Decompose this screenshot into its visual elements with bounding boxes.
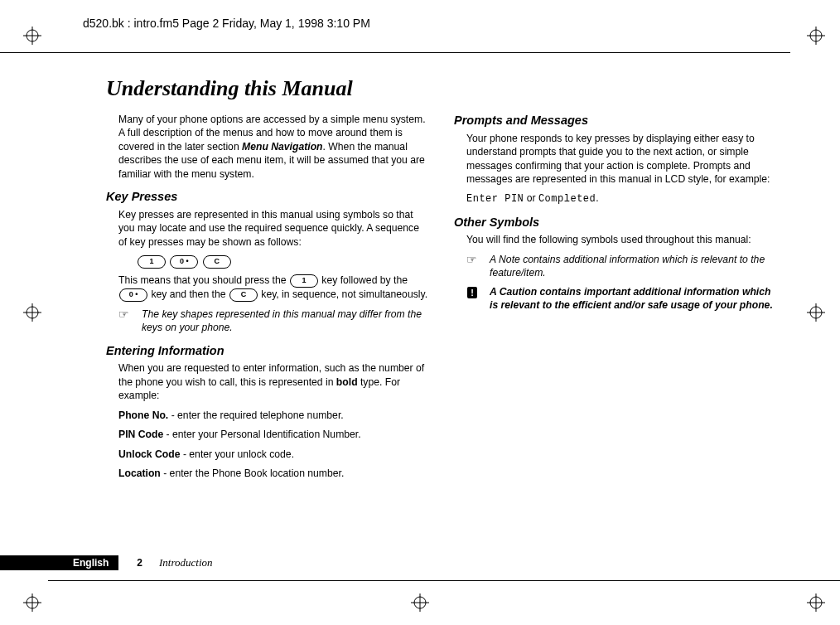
intro-paragraph: Many of your phone options are accessed …	[106, 113, 429, 181]
registration-mark-icon	[23, 594, 41, 612]
phone-key-icon: 1	[290, 274, 318, 288]
page-content: Understanding this Manual Many of your p…	[106, 76, 777, 486]
page-meta-header: d520.bk : intro.fm5 Page 2 Friday, May 1…	[83, 17, 370, 30]
footer-page-number: 2	[137, 557, 142, 569]
caution-text: A Caution contains important additional …	[490, 285, 777, 312]
footer-language: English	[66, 555, 118, 570]
list-item: PIN Code - enter your Personal Identific…	[118, 428, 429, 441]
registration-mark-icon	[411, 594, 429, 612]
crop-line-bottom	[48, 580, 840, 581]
note-text: A Note contains additional information w…	[490, 253, 777, 280]
bold-ref: bold	[336, 376, 358, 388]
list-item: Unlock Code - enter your unlock code.	[118, 448, 429, 461]
phone-key-icon: C	[229, 288, 258, 302]
registration-mark-icon	[23, 303, 41, 322]
note-icon: ☞	[118, 308, 137, 320]
other-symbols-heading: Other Symbols	[454, 215, 777, 231]
registration-mark-icon	[807, 594, 825, 612]
phone-key-icon: 0 •	[119, 288, 147, 302]
note-block: ☞ The key shapes represented in this man…	[118, 308, 429, 335]
footer-black-bar	[0, 555, 66, 570]
lcd-example: Enter PIN or Completed.	[466, 191, 777, 206]
text: key and then the	[148, 288, 229, 300]
note-text: The key shapes represented in this manua…	[142, 308, 429, 335]
text: This means that you should press the	[118, 274, 289, 286]
note-block: ☞ A Note contains additional information…	[466, 253, 777, 280]
phone-key-icon: C	[203, 255, 231, 269]
entering-info-intro: When you are requested to enter informat…	[118, 361, 429, 402]
svg-text:!: !	[471, 288, 474, 298]
menu-navigation-ref: Menu Navigation	[242, 141, 323, 153]
field-desc: - enter the Phone Book location number.	[161, 468, 345, 479]
right-column: Prompts and Messages Your phone responds…	[454, 113, 777, 486]
caution-icon: !	[466, 286, 485, 299]
other-symbols-intro: You will find the following symbols used…	[466, 233, 777, 246]
text: key, in sequence, not simultaneously.	[258, 288, 427, 300]
lcd-text: Completed	[538, 193, 596, 205]
registration-mark-icon	[807, 27, 825, 45]
text: or	[524, 192, 538, 204]
text: key followed by the	[319, 274, 408, 286]
left-column: Many of your phone options are accessed …	[106, 113, 429, 486]
field-name: PIN Code	[118, 429, 163, 440]
registration-mark-icon	[807, 303, 825, 322]
field-name: Location	[118, 468, 161, 479]
key-presses-intro: Key presses are represented in this manu…	[118, 208, 429, 249]
text: .	[596, 192, 598, 204]
key-sequence-example: 1 0 • C	[118, 254, 429, 269]
field-name: Phone No.	[118, 409, 168, 421]
field-name: Unlock Code	[118, 448, 181, 460]
field-desc: - enter the required telephone number.	[168, 409, 343, 421]
note-icon: ☞	[466, 254, 485, 265]
crop-line-top	[0, 52, 790, 53]
footer-section-name: Introduction	[159, 556, 213, 569]
prompts-heading: Prompts and Messages	[454, 113, 777, 129]
page-title: Understanding this Manual	[106, 76, 777, 101]
list-item: Phone No. - enter the required telephone…	[118, 409, 429, 422]
page-footer: English 2 Introduction	[0, 552, 840, 574]
lcd-text: Enter PIN	[466, 193, 524, 205]
caution-block: ! A Caution contains important additiona…	[466, 285, 777, 312]
phone-key-icon: 0 •	[170, 255, 198, 269]
registration-mark-icon	[23, 27, 41, 45]
field-desc: - enter your unlock code.	[181, 448, 295, 460]
key-presses-heading: Key Presses	[106, 189, 429, 206]
list-item: Location - enter the Phone Book location…	[118, 467, 429, 480]
entering-info-heading: Entering Information	[106, 343, 429, 360]
prompts-intro: Your phone responds to key presses by di…	[466, 132, 777, 187]
key-presses-explain: This means that you should press the 1 k…	[118, 274, 429, 302]
field-desc: - enter your Personal Identification Num…	[163, 429, 360, 440]
phone-key-icon: 1	[138, 255, 166, 269]
